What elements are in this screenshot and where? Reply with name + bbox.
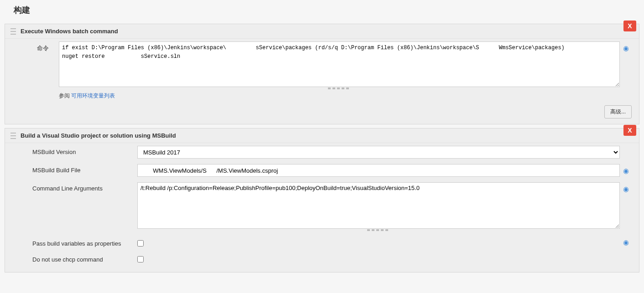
msbuild-file-row: MSBuild Build File ◉ [5, 161, 639, 180]
batch-command-panel: X Execute Windows batch command 命令 参阅 可用… [5, 24, 639, 124]
help-icon[interactable]: ◉ [623, 44, 629, 52]
msbuild-args-textarea[interactable] [137, 182, 620, 229]
help-icon[interactable]: ◉ [623, 185, 629, 193]
msbuild-version-label: MSBuild Version [32, 146, 137, 155]
msbuild-args-row: Command Line Arguments ◉ [5, 180, 639, 235]
msbuild-file-label: MSBuild Build File [32, 164, 137, 174]
msbuild-version-row: MSBuild Version MSBuild 2017 [5, 143, 639, 161]
env-vars-link[interactable]: 可用环境变量列表 [71, 93, 115, 99]
drag-handle-icon[interactable] [10, 28, 16, 35]
delete-msbuild-step-button[interactable]: X [623, 125, 636, 136]
drag-handle-icon[interactable] [10, 133, 16, 139]
batch-command-row: 命令 参阅 可用环境变量列表 ◉ [5, 39, 639, 103]
msbuild-version-select[interactable]: MSBuild 2017 [137, 146, 620, 159]
msbuild-panel: X Build a Visual Studio project or solut… [5, 128, 639, 272]
section-title: 构建 [5, 0, 639, 20]
help-icon[interactable]: ◉ [623, 238, 629, 247]
msbuild-header-label: Build a Visual Studio project or solutio… [21, 132, 176, 139]
pass-vars-label: Pass build variables as properties [32, 237, 137, 247]
no-chcp-row: Do not use chcp command [5, 251, 639, 267]
no-chcp-checkbox[interactable] [137, 256, 144, 262]
pass-vars-row: Pass build variables as properties ◉ [5, 235, 639, 251]
pass-vars-checkbox[interactable] [137, 240, 144, 247]
msbuild-panel-header[interactable]: Build a Visual Studio project or solutio… [5, 129, 639, 143]
batch-command-textarea[interactable] [59, 41, 620, 87]
msbuild-args-label: Command Line Arguments [32, 182, 137, 192]
delete-batch-step-button[interactable]: X [623, 21, 636, 31]
msbuild-file-input[interactable] [137, 164, 620, 177]
batch-panel-header[interactable]: Execute Windows batch command [5, 24, 639, 39]
batch-header-label: Execute Windows batch command [21, 28, 118, 35]
batch-command-label: 命令 [37, 41, 59, 52]
no-chcp-label: Do not use chcp command [32, 253, 137, 263]
advanced-button[interactable]: 高级... [604, 105, 632, 118]
env-ref-note: 参阅 可用环境变量列表 [59, 90, 620, 100]
help-icon[interactable]: ◉ [623, 167, 629, 175]
